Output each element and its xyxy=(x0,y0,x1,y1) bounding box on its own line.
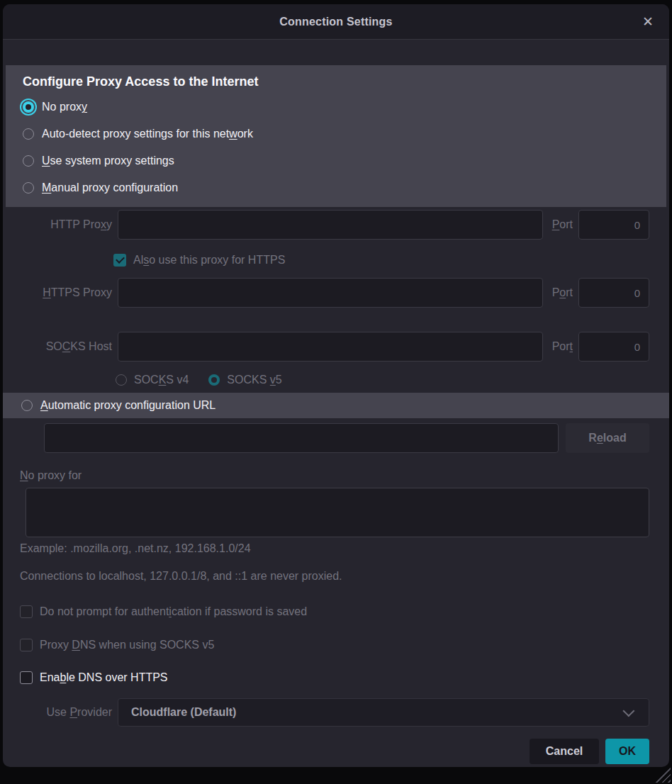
doh-provider-row: Use Provider Cloudflare (Default) xyxy=(13,698,649,727)
panel-heading: Configure Proxy Access to the Internet xyxy=(23,74,649,89)
radio-option-no-proxy[interactable]: No proxy xyxy=(23,94,649,121)
http-proxy-row: HTTP Proxy Port xyxy=(13,210,649,240)
close-icon: ✕ xyxy=(642,14,654,29)
no-proxy-example-text: Example: .mozilla.org, .net.nz, 192.168.… xyxy=(20,542,251,555)
proxy-options-panel: Configure Proxy Access to the Internet N… xyxy=(6,65,666,207)
reload-button[interactable]: Reload xyxy=(566,423,649,453)
proxy-dns-label: Proxy DNS when using SOCKS v5 xyxy=(40,639,214,651)
https-proxy-label: HTTPS Proxy xyxy=(13,286,112,299)
use-provider-label: Use Provider xyxy=(13,706,112,719)
auto-config-radio-icon xyxy=(21,400,33,411)
https-port-input[interactable] xyxy=(578,278,649,308)
https-proxy-input[interactable] xyxy=(118,278,543,308)
no-prompt-auth-checkbox-icon xyxy=(20,605,33,618)
system-proxy-radio-icon xyxy=(23,155,34,167)
enable-doh-checkbox-icon xyxy=(20,671,33,684)
radio-option-auto-detect[interactable]: Auto-detect proxy settings for this netw… xyxy=(23,121,649,147)
socks-port-label: Port xyxy=(552,340,573,353)
proxy-dns-checkbox-row[interactable]: Proxy DNS when using SOCKS v5 xyxy=(20,637,214,653)
localhost-note-text: Connections to localhost, 127.0.0.1/8, a… xyxy=(20,570,342,583)
radio-option-manual-proxy[interactable]: Manual proxy configuration xyxy=(23,174,649,201)
enable-doh-label: Enable DNS over HTTPS xyxy=(40,671,168,684)
reload-label: Reload xyxy=(588,432,626,444)
connection-settings-dialog: Connection Settings ✕ Configure Proxy Ac… xyxy=(3,4,669,767)
no-proxy-radio-icon xyxy=(23,101,34,113)
auto-config-label: Automatic proxy configuration URL xyxy=(40,399,215,412)
socks-host-input[interactable] xyxy=(118,332,543,362)
ok-button[interactable]: OK xyxy=(605,739,649,764)
auto-config-url-row: Reload xyxy=(44,423,649,453)
no-prompt-auth-label: Do not prompt for authentication if pass… xyxy=(40,605,307,618)
manual-proxy-radio-icon xyxy=(23,182,34,194)
http-proxy-input[interactable] xyxy=(118,210,543,240)
http-port-input[interactable] xyxy=(578,210,649,240)
no-proxy-label: No proxy xyxy=(42,101,87,113)
enable-doh-checkbox-row[interactable]: Enable DNS over HTTPS xyxy=(20,670,168,685)
doh-provider-value: Cloudflare (Default) xyxy=(131,706,236,719)
no-proxy-for-textarea[interactable] xyxy=(26,488,649,537)
also-https-checkbox-icon xyxy=(113,254,126,267)
chevron-down-icon xyxy=(622,705,634,717)
https-proxy-row: HTTPS Proxy Port xyxy=(13,278,649,308)
socks-v4-radio-icon xyxy=(116,374,127,386)
socks-v5-radio-icon xyxy=(208,374,220,386)
socks-version-row: SOCKS v4 SOCKS v5 xyxy=(116,371,282,388)
window-resize-grip[interactable] xyxy=(655,767,671,783)
proxy-dns-checkbox-icon xyxy=(20,639,33,651)
http-port-label: Port xyxy=(552,218,573,231)
socks-host-row: SOCKS Host Port xyxy=(13,332,649,362)
auto-detect-label: Auto-detect proxy settings for this netw… xyxy=(42,128,253,140)
dialog-titlebar: Connection Settings ✕ xyxy=(3,4,669,40)
cancel-button[interactable]: Cancel xyxy=(530,739,599,764)
https-port-label: Port xyxy=(552,286,573,299)
manual-proxy-label: Manual proxy configuration xyxy=(42,181,178,194)
radio-option-socks-v5[interactable]: SOCKS v5 xyxy=(208,374,281,386)
socks-host-label: SOCKS Host xyxy=(13,340,112,353)
doh-provider-select[interactable]: Cloudflare (Default) xyxy=(118,698,649,727)
socks-v5-label: SOCKS v5 xyxy=(227,374,281,386)
system-proxy-label: Use system proxy settings xyxy=(42,155,174,167)
socks-port-input[interactable] xyxy=(578,332,649,362)
socks-v4-label: SOCKS v4 xyxy=(134,374,189,386)
also-https-label: Also use this proxy for HTTPS xyxy=(133,254,285,267)
http-proxy-label: HTTP Proxy xyxy=(13,218,112,231)
radio-option-system-proxy[interactable]: Use system proxy settings xyxy=(23,147,649,174)
close-button[interactable]: ✕ xyxy=(638,12,658,32)
radio-option-socks-v4[interactable]: SOCKS v4 xyxy=(116,374,189,386)
window-background: { "window": { "title": "Connection Setti… xyxy=(0,0,672,784)
auto-detect-radio-icon xyxy=(23,128,34,140)
no-prompt-auth-checkbox-row[interactable]: Do not prompt for authentication if pass… xyxy=(20,604,307,620)
auto-config-url-input[interactable] xyxy=(44,423,559,453)
radio-option-auto-config-url[interactable]: Automatic proxy configuration URL xyxy=(3,393,669,418)
no-proxy-for-label: No proxy for xyxy=(20,469,82,482)
dialog-title: Connection Settings xyxy=(279,16,392,28)
dialog-footer: Cancel OK xyxy=(530,739,649,764)
also-https-checkbox-row[interactable]: Also use this proxy for HTTPS xyxy=(113,252,285,268)
